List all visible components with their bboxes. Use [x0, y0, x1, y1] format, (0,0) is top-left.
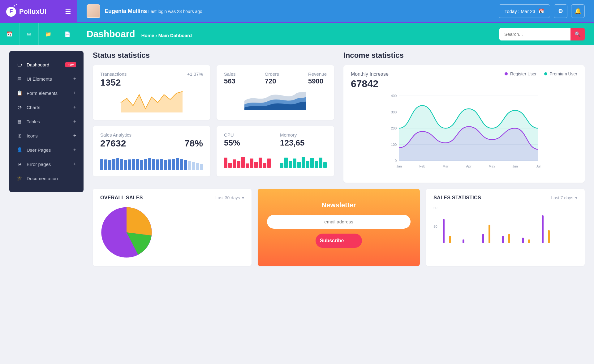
quick-folder[interactable]: 📁	[39, 23, 58, 45]
expand-icon: +	[73, 104, 76, 110]
revenue-label: Revenue	[308, 71, 327, 77]
sidebar-item-charts[interactable]: ◔ Charts +	[9, 100, 84, 114]
expand-icon: +	[73, 161, 76, 167]
cpu-value: 55%	[224, 138, 271, 148]
header: Eugenia Mullins Last login was 23 hours …	[77, 0, 594, 23]
sidebar-item-ui-elements[interactable]: ▤ UI Elements +	[9, 72, 84, 86]
legend-register: Register User	[510, 71, 537, 76]
brand-area: F PolluxUI ☰	[0, 0, 77, 23]
search-icon: 🔍	[575, 31, 581, 37]
svg-text:Jan: Jan	[396, 164, 402, 168]
expand-icon: +	[73, 147, 76, 153]
sidebar-item-documentation[interactable]: 🎓 Documentation	[9, 171, 84, 185]
svg-text:Jun: Jun	[512, 164, 518, 168]
sidebar-item-user-pages[interactable]: 👤 User Pages +	[9, 143, 84, 157]
brand-logo: F	[6, 7, 16, 17]
legend-premium: Premium User	[550, 71, 577, 76]
newsletter-title: Newsletter	[321, 201, 356, 209]
legend-dot-premium	[544, 72, 547, 75]
expand-icon: +	[73, 119, 76, 124]
card-system: CPU 55% Memory 123,65	[217, 126, 334, 176]
card-income: Monthly Increase 67842 Register User Pre…	[343, 65, 585, 183]
sidebar-item-label: Form elements	[27, 91, 69, 96]
expand-icon: +	[73, 90, 76, 96]
user-icon: 👤	[17, 147, 22, 153]
triple-area-spark	[224, 85, 327, 110]
sidebar: 🖵 Dashboard new ▤ UI Elements + 📋 Form e…	[9, 51, 84, 192]
transactions-label: Transactions	[100, 71, 127, 77]
revenue-value: 5900	[308, 77, 327, 85]
salesstats-range: Last 7 days	[551, 195, 573, 200]
analytics-pct: 78%	[184, 138, 203, 149]
sidebar-item-label: Icons	[27, 133, 69, 138]
sidebar-item-label: UI Elements	[27, 76, 69, 82]
salesstats-title: SALES STATISTICS	[433, 195, 481, 201]
sales-value: 563	[224, 77, 236, 85]
bell-icon: 🔔	[575, 8, 581, 15]
income-title: Monthly Increase	[351, 71, 389, 77]
search-input[interactable]	[499, 28, 570, 40]
y-tick-50: 50	[433, 225, 437, 228]
badge-new: new	[65, 62, 76, 67]
folder-icon: 📁	[45, 31, 51, 37]
analytics-label: Sales Analytics	[100, 132, 203, 138]
calendar-icon: 📅	[538, 8, 544, 14]
svg-text:100: 100	[391, 143, 397, 146]
sidebar-item-form-elements[interactable]: 📋 Form elements +	[9, 86, 84, 100]
quick-doc[interactable]: 📄	[58, 23, 78, 45]
search-button[interactable]: 🔍	[570, 28, 585, 40]
transactions-pct: +1.37%	[187, 71, 203, 77]
sidebar-item-error-pages[interactable]: 🖥 Error pages +	[9, 157, 84, 171]
svg-text:300: 300	[391, 110, 397, 114]
sidebar-item-tables[interactable]: ▦ Tables +	[9, 114, 84, 129]
sidebar-item-icons[interactable]: ◎ Icons +	[9, 129, 84, 143]
chevron-down-icon: ▾	[575, 195, 577, 200]
income-section-title: Income statistics	[343, 51, 585, 60]
overall-range-dropdown[interactable]: Last 30 days ▾	[215, 195, 244, 200]
last-login: Last login was 23 hours ago.	[148, 9, 203, 14]
newsletter-email-input[interactable]	[267, 215, 411, 229]
settings-button[interactable]: ⚙	[554, 4, 567, 18]
breadcrumb-home[interactable]: Home	[141, 33, 154, 38]
breadcrumb: Home › Main Dahboard	[141, 33, 192, 38]
cpu-label: CPU	[224, 132, 271, 138]
sidebar-item-label: Tables	[27, 119, 69, 124]
transactions-value: 1352	[100, 77, 203, 88]
sidebar-item-dashboard[interactable]: 🖵 Dashboard new	[9, 58, 84, 72]
date-picker[interactable]: Today : Mar 23 📅	[499, 4, 550, 18]
mem-bars	[280, 151, 327, 168]
svg-text:Apr: Apr	[466, 164, 471, 168]
sidebar-item-label: Error pages	[27, 162, 69, 167]
card-newsletter: Newsletter Subscribe	[258, 189, 420, 266]
salesstats-range-dropdown[interactable]: Last 7 days ▾	[551, 195, 577, 200]
quick-icons: 📅 ✉ 📁 📄	[0, 23, 77, 45]
brand-title: PolluxUI	[19, 8, 62, 16]
calendar-icon: 📅	[6, 31, 13, 37]
transactions-spark	[100, 88, 203, 112]
orders-value: 720	[265, 77, 279, 85]
notifications-button[interactable]: 🔔	[571, 4, 585, 18]
cpu-bars	[224, 151, 271, 168]
card-sales-orders-revenue: Sales563 Orders720 Revenue5900	[217, 65, 334, 120]
mail-icon: ✉	[27, 31, 31, 37]
svg-text:Jul: Jul	[536, 164, 540, 168]
sidebar-item-label: User Pages	[27, 147, 69, 153]
quick-mail[interactable]: ✉	[19, 23, 39, 45]
mem-value: 123,65	[280, 138, 327, 148]
chevron-right-icon: ›	[156, 33, 158, 38]
quick-calendar[interactable]: 📅	[0, 23, 19, 45]
card-sales-analytics: Sales Analytics 27632 78%	[93, 126, 210, 176]
graduation-icon: 🎓	[17, 176, 22, 181]
avatar[interactable]	[87, 4, 100, 18]
grid-icon: ▦	[17, 119, 22, 124]
user-name: Eugenia Mullins	[105, 8, 147, 14]
sidebar-toggle[interactable]: ☰	[65, 8, 71, 16]
svg-text:Feb: Feb	[420, 164, 425, 168]
income-chart: 0100200300400JanFebMarAprMayJunJul	[351, 93, 577, 170]
gear-icon: ⚙	[558, 8, 563, 15]
chevron-down-icon: ▾	[242, 195, 244, 200]
sales-stat-chart: 60 50	[433, 206, 577, 243]
monitor-icon: 🖵	[17, 62, 22, 67]
subscribe-button[interactable]: Subscribe	[316, 234, 362, 248]
page-title: Dashboard	[87, 29, 135, 39]
